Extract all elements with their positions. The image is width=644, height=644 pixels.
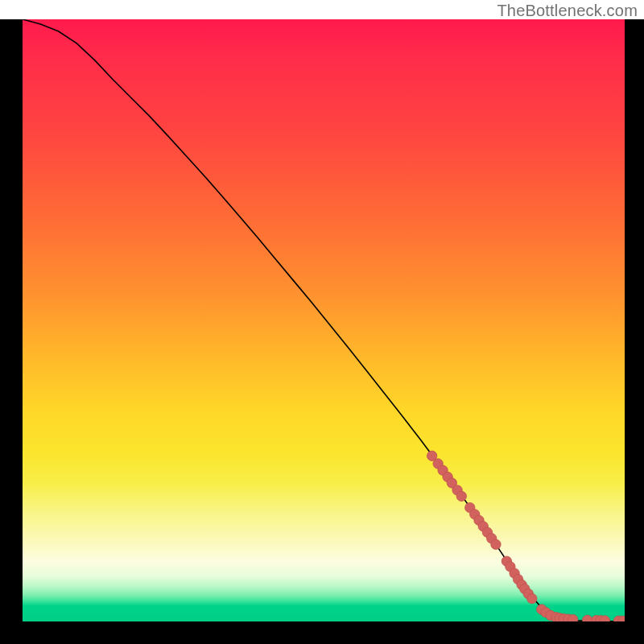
curve-marker [491,539,501,549]
watermark-text: TheBottleneck.com [497,2,638,20]
curve-marker [527,593,537,603]
curve-marker [568,614,577,621]
curve-markers-group [427,451,625,621]
plot-area [23,19,625,621]
curve-layer [23,19,625,621]
curve-marker [456,491,466,501]
curve-marker [582,615,592,621]
bottleneck-curve-path [23,19,625,621]
chart-container: TheBottleneck.com [0,0,644,644]
